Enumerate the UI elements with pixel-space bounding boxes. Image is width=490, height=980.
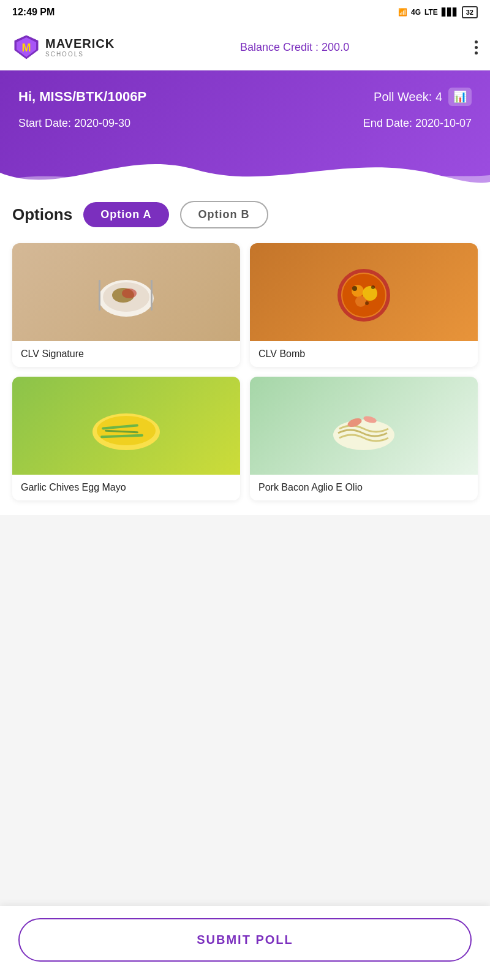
header: M MAVERICK SCHOOLS Balance Credit : 200.…: [0, 24, 490, 70]
signal-bars: ▋▋▋: [442, 8, 458, 17]
svg-text:M: M: [22, 42, 31, 54]
tab-option-b[interactable]: Option B: [180, 201, 268, 228]
status-time: 12:49 PM: [12, 7, 55, 18]
banner: Hi, MISS/BTK/1006P Poll Week: 4 📊 Start …: [0, 70, 490, 190]
start-date: Start Date: 2020-09-30: [18, 117, 130, 130]
food-image-clv-signature: [12, 243, 240, 341]
wifi-icon: 📶: [398, 8, 407, 17]
more-menu-button[interactable]: [475, 40, 478, 55]
logo-area: M MAVERICK SCHOOLS: [12, 33, 115, 61]
main-content: Options Option A Option B: [0, 189, 490, 589]
banner-wave: [0, 148, 490, 191]
food-card-pork-bacon[interactable]: Pork Bacon Aglio E Olio: [250, 377, 478, 500]
food-card-clv-bomb[interactable]: CLV Bomb: [250, 243, 478, 367]
food-image-garlic-chives: [12, 377, 240, 475]
status-bar: 12:49 PM 📶 4G LTE ▋▋▋ 32: [0, 0, 490, 24]
svg-point-13: [355, 296, 366, 307]
svg-point-6: [122, 288, 137, 298]
logo-text: MAVERICK: [45, 37, 115, 51]
food-name-pork-bacon: Pork Bacon Aglio E Olio: [250, 475, 478, 500]
options-tabs: Options Option A Option B: [12, 201, 478, 228]
status-icons: 📶 4G LTE ▋▋▋ 32: [398, 6, 478, 18]
food-image-clv-bomb: [250, 243, 478, 341]
battery-indicator: 32: [462, 6, 478, 18]
food-name-clv-signature: CLV Signature: [12, 341, 240, 367]
end-date: End Date: 2020-10-07: [363, 117, 472, 130]
tab-option-a[interactable]: Option A: [83, 202, 168, 227]
svg-rect-7: [99, 280, 100, 311]
options-label: Options: [12, 205, 72, 224]
balance-credit: Balance Credit : 200.0: [240, 41, 349, 54]
lte-text: LTE: [424, 8, 438, 17]
food-image-pork-bacon: [250, 377, 478, 475]
poll-week: Poll Week: 4 📊: [374, 88, 472, 106]
poll-chart-icon: 📊: [448, 88, 472, 106]
signal-text: 4G: [411, 8, 421, 17]
submit-poll-button[interactable]: SUBMIT POLL: [18, 918, 472, 962]
svg-point-15: [371, 285, 375, 289]
svg-rect-8: [151, 280, 153, 311]
food-card-garlic-chives[interactable]: Garlic Chives Egg Mayo: [12, 377, 240, 500]
logo-sub: SCHOOLS: [45, 51, 115, 58]
logo-shield-icon: M: [12, 33, 40, 61]
food-card-clv-signature[interactable]: CLV Signature: [12, 243, 240, 367]
options-section: Options Option A Option B: [0, 189, 490, 515]
food-grid: CLV Signature: [12, 243, 478, 515]
greeting-text: Hi, MISS/BTK/1006P: [18, 89, 146, 105]
submit-area: SUBMIT POLL: [0, 906, 490, 980]
svg-point-16: [365, 301, 369, 305]
food-name-garlic-chives: Garlic Chives Egg Mayo: [12, 475, 240, 500]
food-name-clv-bomb: CLV Bomb: [250, 341, 478, 367]
svg-point-14: [352, 286, 357, 291]
